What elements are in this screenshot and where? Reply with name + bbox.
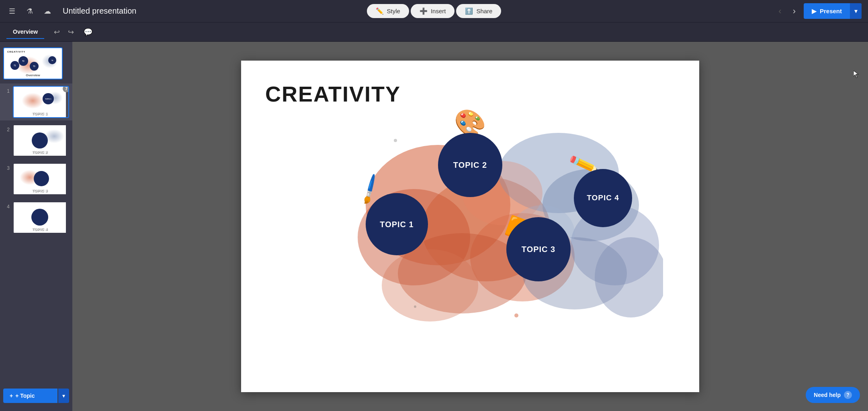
need-help-button[interactable]: Need help ?: [806, 387, 860, 403]
slide-1-label: TOPIC 1: [14, 112, 66, 116]
share-icon: ⬆️: [465, 7, 473, 15]
cloud-icon[interactable]: ☁: [42, 6, 53, 17]
decoration-dot-3: [514, 313, 518, 317]
flask-icon: ⚗: [24, 6, 35, 17]
overview-thumb-inner: CREATIVITY T2 T1 T3 T4 Overview: [3, 47, 63, 79]
slide-4-label: TOPIC 4: [14, 227, 66, 231]
slide-3-label: TOPIC 3: [14, 189, 66, 193]
svg-point-10: [595, 237, 663, 317]
present-button[interactable]: ▶ Present ▾: [804, 3, 862, 19]
insert-icon: ➕: [420, 7, 428, 15]
present-dropdown-arrow[interactable]: ▾: [850, 3, 862, 19]
slide-2-label: TOPIC 2: [14, 150, 66, 154]
sidebar: CREATIVITY T2 T1 T3 T4 Overview 1 7: [0, 42, 72, 411]
svg-point-5: [382, 249, 478, 321]
undo-button[interactable]: ↩: [51, 26, 63, 38]
overview-tab[interactable]: Overview: [6, 25, 44, 39]
share-button[interactable]: ⬆️ Share: [456, 4, 501, 18]
cursor-indicator: [854, 71, 858, 78]
slide-number-4: 4: [3, 201, 10, 210]
plus-icon: +: [10, 393, 13, 399]
add-topic-dropdown-button[interactable]: ▾: [58, 389, 69, 403]
menu-icon[interactable]: ☰: [6, 6, 18, 17]
style-button[interactable]: ✏️ Style: [367, 4, 409, 18]
present-play-icon: ▶: [812, 8, 817, 15]
topic-2-circle[interactable]: TOPIC 2: [438, 133, 502, 197]
comment-button[interactable]: 💬: [80, 26, 96, 38]
slide-item-1[interactable]: 1 7 TOPIC 1 TOPIC 1: [0, 83, 72, 120]
overview-label: Overview: [4, 73, 62, 77]
canvas-area: CREATIVITY 🖌️: [72, 42, 868, 411]
topic-4-circle[interactable]: TOPIC 4: [574, 169, 632, 227]
slide-number-2: 2: [3, 124, 10, 132]
slide-title: CREATIVITY: [265, 81, 401, 106]
slide-number-3: 3: [3, 163, 10, 171]
style-icon: ✏️: [376, 7, 384, 15]
slide-thumb-4: TOPIC 4: [13, 201, 69, 234]
help-icon: ?: [844, 391, 852, 399]
redo-button[interactable]: ↪: [65, 26, 77, 38]
add-topic-bar: + + Topic ▾: [0, 384, 72, 408]
presentation-title: Untitled presentation: [63, 6, 136, 16]
topic-1-circle[interactable]: TOPIC 1: [366, 193, 428, 255]
slide-thumb-1: 7 TOPIC 1 TOPIC 1: [13, 86, 69, 118]
prev-slide-button[interactable]: ‹: [775, 4, 784, 18]
next-slide-button[interactable]: ›: [790, 4, 799, 18]
decoration-dot-2: [414, 305, 416, 308]
slide-item-4[interactable]: 4 TOPIC 4: [0, 199, 72, 236]
slide-thumb-2: TOPIC 2: [13, 124, 69, 157]
topic-3-circle[interactable]: TOPIC 3: [506, 217, 571, 281]
slide-number-1: 1: [3, 86, 10, 94]
slide-item-2[interactable]: 2 TOPIC 2: [0, 122, 72, 159]
insert-button[interactable]: ➕ Insert: [411, 4, 455, 18]
add-topic-button[interactable]: + + Topic: [3, 389, 57, 403]
slide-badge-1: 7: [63, 86, 69, 92]
overview-thumbnail[interactable]: CREATIVITY T2 T1 T3 T4 Overview: [0, 45, 72, 82]
slide-canvas[interactable]: CREATIVITY 🖌️: [241, 61, 699, 392]
decoration-dot-1: [394, 139, 397, 142]
slide-item-3[interactable]: 3 TOPIC 3: [0, 161, 72, 197]
slide-thumb-3: TOPIC 3: [13, 163, 69, 195]
